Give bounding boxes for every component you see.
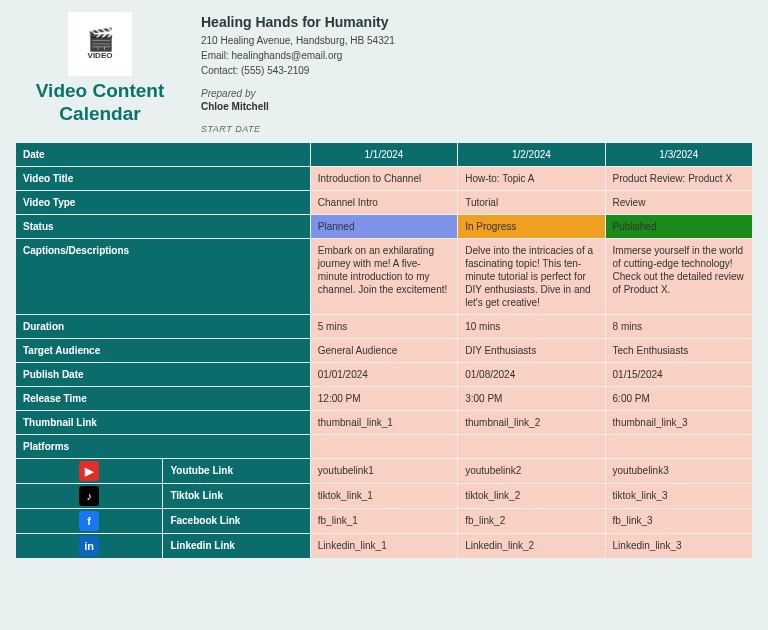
cell-duration-0: 5 mins xyxy=(310,315,457,339)
header-release: Release Time xyxy=(16,387,311,411)
row-release: Release Time 12:00 PM 3:00 PM 6:00 PM xyxy=(16,387,753,411)
start-date-label: START DATE xyxy=(201,124,753,134)
calendar-table: Date 1/1/2024 1/2/2024 1/3/2024 Video Ti… xyxy=(15,142,753,559)
row-thumb: Thumbnail Link thumbnail_link_1 thumbnai… xyxy=(16,411,753,435)
header-type: Video Type xyxy=(16,191,311,215)
cell-platforms-0 xyxy=(310,435,457,459)
cell-thumb-0: thumbnail_link_1 xyxy=(310,411,457,435)
tiktok-icon-cell: ♪ xyxy=(16,484,163,509)
cell-tiktok-0: tiktok_link_1 xyxy=(310,484,457,509)
header-platforms: Platforms xyxy=(16,435,311,459)
cell-youtube-1: youtubelink2 xyxy=(458,459,605,484)
cell-facebook-1: fb_link_2 xyxy=(458,509,605,534)
header-linkedin: Linkedin Link xyxy=(163,534,310,559)
header: 🎬 VIDEO Video Content Calendar Healing H… xyxy=(0,0,768,142)
cell-linkedin-2: Linkedin_link_3 xyxy=(605,534,752,559)
row-audience: Target Audience General Audience DIY Ent… xyxy=(16,339,753,363)
cell-caption-0: Embark on an exhilarating journey with m… xyxy=(310,239,457,315)
row-tiktok: ♪ Tiktok Link tiktok_link_1 tiktok_link_… xyxy=(16,484,753,509)
header-duration: Duration xyxy=(16,315,311,339)
org-contact: Contact: (555) 543-2109 xyxy=(201,63,753,78)
row-linkedin: in Linkedin Link Linkedin_link_1 Linkedi… xyxy=(16,534,753,559)
cell-caption-1: Delve into the intricacies of a fascinat… xyxy=(458,239,605,315)
cell-audience-0: General Audience xyxy=(310,339,457,363)
linkedin-icon-cell: in xyxy=(16,534,163,559)
prepared-by-label: Prepared by xyxy=(201,88,753,99)
cell-audience-1: DIY Enthusiasts xyxy=(458,339,605,363)
cell-type-0: Channel Intro xyxy=(310,191,457,215)
cell-facebook-0: fb_link_1 xyxy=(310,509,457,534)
header-captions: Captions/Descriptions xyxy=(16,239,311,315)
cell-thumb-1: thumbnail_link_2 xyxy=(458,411,605,435)
app-title: Video Content Calendar xyxy=(36,80,164,126)
row-title: Video Title Introduction to Channel How-… xyxy=(16,167,753,191)
cell-platforms-2 xyxy=(605,435,752,459)
cell-linkedin-0: Linkedin_link_1 xyxy=(310,534,457,559)
logo-text: VIDEO xyxy=(88,51,113,60)
cell-release-1: 3:00 PM xyxy=(458,387,605,411)
linkedin-icon: in xyxy=(79,536,99,556)
cell-title-2: Product Review: Product X xyxy=(605,167,752,191)
clapper-icon: 🎬 xyxy=(87,29,114,51)
app-title-line1: Video Content xyxy=(36,80,164,101)
row-publish: Publish Date 01/01/2024 01/08/2024 01/15… xyxy=(16,363,753,387)
prepared-by-block: Prepared by Chloe Mitchell xyxy=(201,88,753,112)
cell-tiktok-1: tiktok_link_2 xyxy=(458,484,605,509)
cell-type-1: Tutorial xyxy=(458,191,605,215)
cell-facebook-2: fb_link_3 xyxy=(605,509,752,534)
cell-tiktok-2: tiktok_link_3 xyxy=(605,484,752,509)
cell-publish-1: 01/08/2024 xyxy=(458,363,605,387)
row-duration: Duration 5 mins 10 mins 8 mins xyxy=(16,315,753,339)
col-date-2: 1/3/2024 xyxy=(605,143,752,167)
facebook-icon: f xyxy=(79,511,99,531)
cell-status-2: Published xyxy=(605,215,752,239)
row-date: Date 1/1/2024 1/2/2024 1/3/2024 xyxy=(16,143,753,167)
row-type: Video Type Channel Intro Tutorial Review xyxy=(16,191,753,215)
header-tiktok: Tiktok Link xyxy=(163,484,310,509)
cell-publish-2: 01/15/2024 xyxy=(605,363,752,387)
logo-block: 🎬 VIDEO Video Content Calendar xyxy=(15,12,185,134)
header-status: Status xyxy=(16,215,311,239)
cell-status-1: In Progress xyxy=(458,215,605,239)
app-title-line2: Calendar xyxy=(59,103,140,124)
cell-type-2: Review xyxy=(605,191,752,215)
cell-release-0: 12:00 PM xyxy=(310,387,457,411)
row-platforms: Platforms xyxy=(16,435,753,459)
row-status: Status Planned In Progress Published xyxy=(16,215,753,239)
header-audience: Target Audience xyxy=(16,339,311,363)
cell-publish-0: 01/01/2024 xyxy=(310,363,457,387)
cell-audience-2: Tech Enthusiasts xyxy=(605,339,752,363)
org-address: 210 Healing Avenue, Handsburg, HB 54321 xyxy=(201,33,753,48)
cell-duration-2: 8 mins xyxy=(605,315,752,339)
cell-youtube-2: youtubelink3 xyxy=(605,459,752,484)
cell-release-2: 6:00 PM xyxy=(605,387,752,411)
org-block: Healing Hands for Humanity 210 Healing A… xyxy=(201,12,753,134)
header-date: Date xyxy=(16,143,311,167)
cell-thumb-2: thumbnail_link_3 xyxy=(605,411,752,435)
col-date-1: 1/2/2024 xyxy=(458,143,605,167)
youtube-icon-cell: ▶ xyxy=(16,459,163,484)
cell-caption-2: Immerse yourself in the world of cutting… xyxy=(605,239,752,315)
cell-duration-1: 10 mins xyxy=(458,315,605,339)
cell-title-0: Introduction to Channel xyxy=(310,167,457,191)
row-captions: Captions/Descriptions Embark on an exhil… xyxy=(16,239,753,315)
org-name: Healing Hands for Humanity xyxy=(201,14,753,30)
youtube-icon: ▶ xyxy=(79,461,99,481)
header-thumb: Thumbnail Link xyxy=(16,411,311,435)
header-title: Video Title xyxy=(16,167,311,191)
col-date-0: 1/1/2024 xyxy=(310,143,457,167)
cell-youtube-0: youtubelink1 xyxy=(310,459,457,484)
facebook-icon-cell: f xyxy=(16,509,163,534)
row-youtube: ▶ Youtube Link youtubelink1 youtubelink2… xyxy=(16,459,753,484)
row-facebook: f Facebook Link fb_link_1 fb_link_2 fb_l… xyxy=(16,509,753,534)
header-youtube: Youtube Link xyxy=(163,459,310,484)
prepared-by-name: Chloe Mitchell xyxy=(201,101,753,112)
cell-platforms-1 xyxy=(458,435,605,459)
tiktok-icon: ♪ xyxy=(79,486,99,506)
logo: 🎬 VIDEO xyxy=(68,12,132,76)
header-publish: Publish Date xyxy=(16,363,311,387)
cell-linkedin-1: Linkedin_link_2 xyxy=(458,534,605,559)
cell-title-1: How-to: Topic A xyxy=(458,167,605,191)
cell-status-0: Planned xyxy=(310,215,457,239)
org-email: Email: healinghands@email.org xyxy=(201,48,753,63)
